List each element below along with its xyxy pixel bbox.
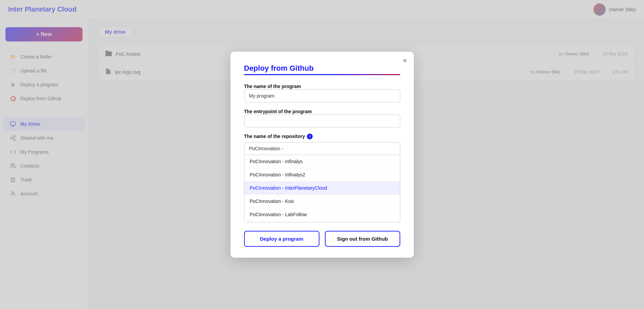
repo-label: The name of the repository xyxy=(244,134,305,139)
repo-label-row: The name of the repository i xyxy=(244,134,400,139)
deploy-github-modal: × Deploy from Github The name of the pro… xyxy=(231,52,414,258)
signout-github-button[interactable]: Sign out from Github xyxy=(325,231,400,247)
dropdown-item-merkletreeauth[interactable]: PoCInnovation - MerkleTreeAuth xyxy=(244,221,400,223)
entrypoint-label: The entrypoint of the program xyxy=(244,109,312,114)
dropdown-item-labfollow[interactable]: PoCInnovation - LabFollow xyxy=(244,208,400,221)
repo-input[interactable] xyxy=(244,142,400,155)
deploy-program-button[interactable]: Deploy a program xyxy=(244,231,319,247)
entrypoint-input[interactable] xyxy=(244,115,400,127)
dropdown-item-interplanetarycloud[interactable]: PoCInnovation - InterPlanetaryCloud xyxy=(244,182,400,195)
info-icon[interactable]: i xyxy=(307,134,313,139)
modal-title: Deploy from Github xyxy=(244,64,400,73)
repo-input-wrapper: PoCInnovation - Infinalys PoCInnovation … xyxy=(244,142,400,223)
dropdown-item-infinalys2[interactable]: PoCInnovation - Infinalys2 xyxy=(244,168,400,182)
modal-overlay: × Deploy from Github The name of the pro… xyxy=(0,0,644,309)
dropdown-item-koic[interactable]: PoCInnovation - Koic xyxy=(244,195,400,208)
program-name-label: The name of the program xyxy=(244,84,301,89)
modal-buttons: Deploy a program Sign out from Github xyxy=(244,231,400,247)
repo-dropdown: PoCInnovation - Infinalys PoCInnovation … xyxy=(244,155,400,223)
modal-title-underline xyxy=(244,74,400,75)
dropdown-item-infinalys[interactable]: PoCInnovation - Infinalys xyxy=(244,155,400,168)
modal-close-button[interactable]: × xyxy=(403,57,407,64)
program-name-input[interactable] xyxy=(244,89,400,102)
